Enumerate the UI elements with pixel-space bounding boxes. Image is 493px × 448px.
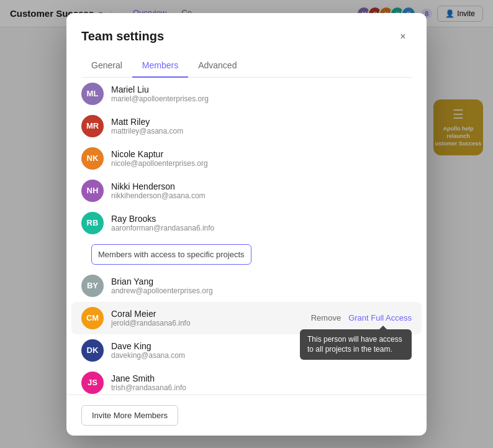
avatar-nicole: NK: [81, 147, 104, 170]
member-row-mariel: ML Mariel Liu mariel@apolloenterprises.o…: [71, 78, 422, 110]
member-email-ray: aaronforman@randasana6.info: [111, 224, 412, 232]
member-name-brian: Brian Yang: [111, 277, 412, 286]
member-name-coral: Coral Meier: [111, 309, 304, 319]
member-info-nicole: Nicole Kaptur nicole@apolloenterprises.o…: [111, 149, 412, 168]
avatar-nikki: NH: [81, 180, 104, 202]
modal-title-row: Team settings ×: [81, 28, 412, 45]
member-name-ray: Ray Brooks: [111, 214, 412, 224]
member-info-matt: Matt Riley mattriley@asana.com: [111, 117, 412, 135]
member-info-brian: Brian Yang andrew@apolloenterprises.org: [111, 277, 412, 295]
tab-general[interactable]: General: [81, 55, 132, 78]
member-name-mariel: Mariel Liu: [111, 85, 412, 94]
member-row-nikki: NH Nikki Henderson nikkihenderson@asana.…: [71, 175, 422, 207]
member-row-coral: CM Coral Meier jerold@randasana6.info Re…: [71, 302, 422, 334]
member-info-coral: Coral Meier jerold@randasana6.info: [111, 309, 304, 327]
modal-body: ML Mariel Liu mariel@apolloenterprises.o…: [66, 78, 427, 395]
avatar-brian: BY: [81, 275, 104, 297]
member-row-jane: JS Jane Smith trish@randasana6.info: [71, 367, 422, 395]
member-row-ray: RB Ray Brooks aaronforman@randasana6.inf…: [71, 207, 422, 239]
member-row-nicole: NK Nicole Kaptur nicole@apolloenterprise…: [71, 142, 422, 175]
member-row-brian: BY Brian Yang andrew@apolloenterprises.o…: [71, 270, 422, 302]
member-name-nicole: Nicole Kaptur: [111, 149, 412, 159]
avatar-matt: MR: [81, 115, 104, 137]
modal-overlay: Team settings × General Members Advanced…: [0, 0, 493, 448]
avatar-mariel: ML: [81, 83, 104, 105]
tab-advanced[interactable]: Advanced: [188, 55, 246, 78]
section-label: Members with access to specific projects: [91, 244, 251, 265]
avatar-coral: CM: [81, 307, 104, 329]
grant-access-button-coral[interactable]: Grant Full Access: [348, 313, 412, 322]
tab-members[interactable]: Members: [132, 55, 188, 78]
invite-more-button[interactable]: Invite More Members: [81, 405, 178, 426]
member-email-nikki: nikkihenderson@asana.com: [111, 191, 412, 200]
member-name-nikki: Nikki Henderson: [111, 181, 412, 191]
member-info-mariel: Mariel Liu mariel@apolloenterprises.org: [111, 85, 412, 103]
member-name-matt: Matt Riley: [111, 117, 412, 127]
member-email-jane: trish@randasana6.info: [111, 383, 412, 392]
tabs: General Members Advanced: [81, 55, 412, 78]
modal-header: Team settings × General Members Advanced: [66, 13, 427, 78]
member-row-matt: MR Matt Riley mattriley@asana.com: [71, 110, 422, 142]
team-settings-modal: Team settings × General Members Advanced…: [66, 13, 427, 436]
avatar-dave: DK: [81, 339, 104, 362]
grant-access-tooltip: This person will have access to all proj…: [300, 329, 412, 360]
avatar-ray: RB: [81, 212, 104, 234]
modal-title: Team settings: [81, 29, 164, 43]
section-divider: Members with access to specific projects: [71, 239, 422, 270]
member-info-jane: Jane Smith trish@randasana6.info: [111, 373, 412, 392]
limited-members-list: BY Brian Yang andrew@apolloenterprises.o…: [71, 270, 422, 395]
member-info-ray: Ray Brooks aaronforman@randasana6.info: [111, 214, 412, 232]
close-button[interactable]: ×: [394, 28, 412, 45]
remove-button-coral[interactable]: Remove: [311, 313, 341, 322]
member-email-coral: jerold@randasana6.info: [111, 319, 304, 327]
member-email-brian: andrew@apolloenterprises.org: [111, 286, 412, 295]
member-name-jane: Jane Smith: [111, 373, 412, 383]
avatar-jane: JS: [81, 372, 104, 394]
row-actions-coral: Remove Grant Full Access: [311, 313, 412, 322]
member-info-nikki: Nikki Henderson nikkihenderson@asana.com: [111, 181, 412, 200]
member-email-nicole: nicole@apolloenterprises.org: [111, 159, 412, 168]
member-email-matt: mattriley@asana.com: [111, 127, 412, 135]
member-email-mariel: mariel@apolloenterprises.org: [111, 94, 412, 103]
modal-footer: Invite More Members: [66, 395, 427, 436]
full-members-list: ML Mariel Liu mariel@apolloenterprises.o…: [71, 78, 422, 239]
